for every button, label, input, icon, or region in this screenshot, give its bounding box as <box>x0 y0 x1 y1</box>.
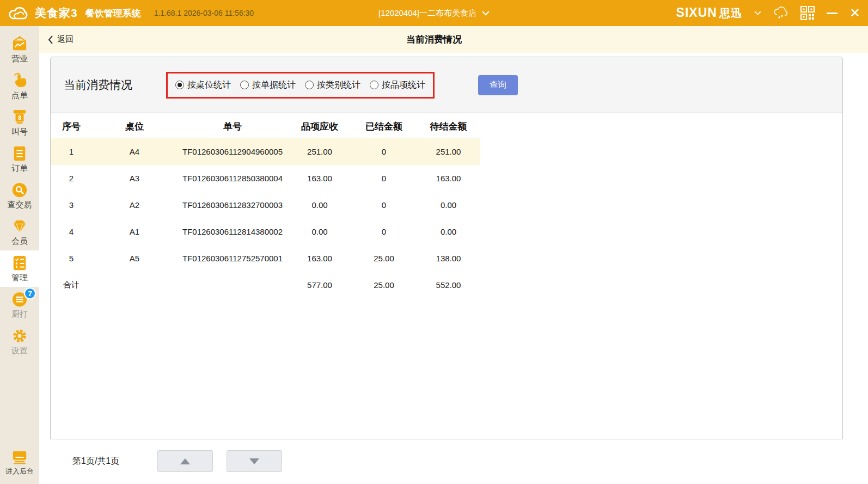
sidebar-item-queue-number[interactable]: 8 叫号 <box>0 105 39 141</box>
query-button[interactable]: 查询 <box>478 75 518 95</box>
col-header-table: 桌位 <box>92 114 177 138</box>
table-header-row: 序号 桌位 单号 品项应收 已结金额 待结金额 <box>51 114 480 138</box>
sidebar-item-label: 设置 <box>11 346 28 356</box>
shop-sign-icon <box>10 36 29 52</box>
table-row[interactable]: 3A2 TF012603061128327000030.00 00.00 <box>51 192 480 218</box>
content-panel: 当前消费情况 按桌位统计 按单据统计 按类别统计 <box>50 57 843 439</box>
total-unsettled: 552.00 <box>417 272 480 298</box>
col-header-settled: 已结金额 <box>351 114 417 138</box>
brand-cn: 思迅 <box>719 7 742 19</box>
chevron-left-icon <box>48 35 53 44</box>
radio-label: 按类别统计 <box>317 79 360 91</box>
page-up-button[interactable] <box>157 450 213 472</box>
stat-mode-radio-group: 按桌位统计 按单据统计 按类别统计 按品项统计 <box>166 72 435 99</box>
sidebar-item-label: 会员 <box>11 236 28 247</box>
table-total-row: 合计 577.00 25.00 552.00 <box>51 272 480 298</box>
consumption-table: 序号 桌位 单号 品项应收 已结金额 待结金额 1A4 TF01 <box>51 114 480 298</box>
col-header-unsettled: 待结金额 <box>417 114 480 138</box>
svg-text:8: 8 <box>18 114 21 120</box>
table-section: 序号 桌位 单号 品项应收 已结金额 待结金额 1A4 TF01 <box>51 114 842 298</box>
close-button[interactable]: ✕ <box>849 7 860 20</box>
radio-label: 按单据统计 <box>252 79 296 91</box>
sidebar-item-management[interactable]: 管理 <box>0 250 39 287</box>
radio-icon <box>370 81 378 89</box>
page-title: 当前消费情况 <box>406 33 462 46</box>
sixun-brand-logo: SIXUN思迅 <box>676 5 742 21</box>
section-label: 当前消费情况 <box>64 77 132 93</box>
sidebar: 营业 点单 8 叫号 <box>0 26 39 484</box>
radio-label: 按桌位统计 <box>187 79 231 91</box>
checklist-icon <box>10 255 29 271</box>
sidebar-item-business[interactable]: 营业 <box>0 32 39 68</box>
diamond-icon <box>10 218 29 235</box>
app-branding: 美食家3 餐饮管理系统 1.1.68.1 2026-03-06 11:56:30 <box>8 5 254 21</box>
radio-icon <box>305 81 314 89</box>
notification-badge: 7 <box>24 287 36 299</box>
cloud-sync-icon[interactable] <box>773 7 788 20</box>
sidebar-item-kitchen-print[interactable]: 7 厨打 <box>0 287 39 323</box>
cloud-logo-icon <box>8 5 29 21</box>
tap-hand-icon <box>10 72 29 89</box>
gear-icon <box>10 328 29 344</box>
table-row[interactable]: 1A4 TF01260306112904960005251.00 0251.00 <box>51 138 480 165</box>
page-info: 第1页/共1页 <box>72 456 119 467</box>
radio-by-item[interactable]: 按品项统计 <box>370 79 425 91</box>
minimize-button[interactable] <box>827 13 838 14</box>
table-row[interactable]: 5A5 TF01260306112752570001163.00 25.0013… <box>51 245 480 272</box>
chevron-down-icon <box>482 11 490 16</box>
brand-en: SIXUN <box>676 5 717 20</box>
radio-by-category[interactable]: 按类别统计 <box>305 79 360 91</box>
sidebar-item-transactions[interactable]: 查交易 <box>0 177 39 214</box>
triangle-down-icon <box>249 458 259 464</box>
page-header: 返回 当前消费情况 <box>39 26 868 53</box>
total-item-due: 577.00 <box>288 272 351 298</box>
sidebar-item-label: 厨打 <box>11 309 28 320</box>
radio-by-table[interactable]: 按桌位统计 <box>175 79 231 91</box>
sidebar-item-label: 叫号 <box>11 127 28 137</box>
sidebar-item-order-taking[interactable]: 点单 <box>0 68 39 105</box>
radio-icon <box>240 81 249 89</box>
sidebar-item-label: 查交易 <box>8 200 32 210</box>
search-circle-icon <box>10 182 29 198</box>
topbar: 美食家3 餐饮管理系统 1.1.68.1 2026-03-06 11:56:30… <box>0 0 868 26</box>
sidebar-item-label: 管理 <box>11 273 28 283</box>
back-label: 返回 <box>57 34 74 45</box>
col-header-item-due: 品项应收 <box>288 114 351 138</box>
total-settled: 25.00 <box>351 272 417 298</box>
document-list-icon <box>10 145 29 162</box>
table-row[interactable]: 2A3 TF01260306112850380004163.00 0163.00 <box>51 165 480 192</box>
radio-label: 按品项统计 <box>382 79 425 91</box>
filter-bar: 当前消费情况 按桌位统计 按单据统计 按类别统计 <box>51 57 842 113</box>
table-row[interactable]: 4A1 TF012603061128143800020.00 00.00 <box>51 218 480 245</box>
triangle-up-icon <box>180 458 190 464</box>
back-button[interactable]: 返回 <box>48 34 74 45</box>
store-selector[interactable]: [12020404]一二布布美食店 <box>378 8 490 19</box>
sidebar-item-label: 点单 <box>11 90 28 101</box>
sidebar-item-members[interactable]: 会员 <box>0 214 39 250</box>
radio-by-bill[interactable]: 按单据统计 <box>240 79 296 91</box>
app-name: 美食家3 <box>35 5 78 21</box>
pagination: 第1页/共1页 <box>50 450 282 472</box>
sidebar-item-backoffice[interactable]: 进入后台 <box>0 444 39 481</box>
radio-icon <box>175 81 184 89</box>
sidebar-item-label: 订单 <box>11 163 28 174</box>
system-name: 餐饮管理系统 <box>85 7 141 20</box>
version-text: 1.1.68.1 2026-03-06 11:56:30 <box>154 9 254 17</box>
store-name: [12020404]一二布布美食店 <box>378 8 476 19</box>
sidebar-item-settings[interactable]: 设置 <box>0 323 39 360</box>
page-down-button[interactable] <box>227 450 282 472</box>
col-header-seq: 序号 <box>51 114 92 138</box>
ticket-machine-icon: 8 <box>10 109 29 125</box>
chevron-down-icon[interactable] <box>754 11 761 15</box>
qr-code-icon[interactable] <box>800 6 815 20</box>
col-header-bill-no: 单号 <box>177 114 288 138</box>
sidebar-item-label: 进入后台 <box>5 467 34 476</box>
monitor-icon <box>10 449 29 465</box>
sidebar-item-orders[interactable]: 订单 <box>0 141 39 177</box>
total-label: 合计 <box>51 272 92 298</box>
sidebar-item-label: 营业 <box>11 54 28 64</box>
